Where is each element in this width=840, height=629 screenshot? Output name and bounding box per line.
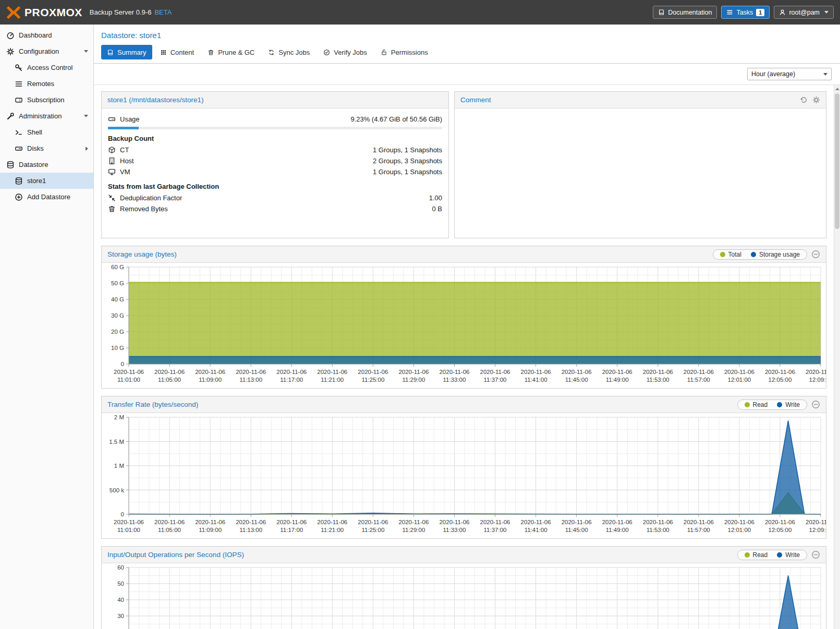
sidebar-item-disks[interactable]: Disks <box>0 140 93 156</box>
svg-text:1.5 M: 1.5 M <box>109 439 124 445</box>
svg-text:2020-11-0611:05:00: 2020-11-0611:05:00 <box>154 369 185 383</box>
sidebar-item-store1[interactable]: store1 <box>0 173 93 189</box>
sidebar-item-administration[interactable]: Administration <box>0 108 93 124</box>
summary-toolbar: Hour (average) <box>94 64 840 85</box>
wrench-icon <box>6 112 15 120</box>
sidebar-item-configuration[interactable]: Configuration <box>0 43 93 59</box>
legend-item[interactable]: Read <box>740 401 773 408</box>
reload-icon[interactable] <box>800 96 808 104</box>
svg-text:2020-11-0611:01:00: 2020-11-0611:01:00 <box>114 519 144 533</box>
svg-text:2020-11-0611:53:00: 2020-11-0611:53:00 <box>643 369 673 383</box>
trash-icon <box>108 205 116 213</box>
svg-text:2020-11-0611:49:00: 2020-11-0611:49:00 <box>602 369 632 383</box>
sidebar-item-remotes[interactable]: Remotes <box>0 76 93 92</box>
svg-text:2020-11-0611:09:00: 2020-11-0611:09:00 <box>195 519 225 533</box>
legend-dot <box>720 252 725 257</box>
collapse-chart-icon[interactable] <box>811 400 820 409</box>
documentation-label: Documentation <box>668 9 712 16</box>
sidebar-item-shell[interactable]: Shell <box>0 124 93 140</box>
tab-content[interactable]: Content <box>154 45 200 59</box>
vm-count-row: VM 1 Groups, 1 Snapshots <box>108 166 442 177</box>
svg-text:2020-11-0611:29:00: 2020-11-0611:29:00 <box>398 519 429 533</box>
tab-prune-gc[interactable]: Prune & GC <box>202 45 260 59</box>
chevron-down-icon <box>824 11 829 14</box>
sidebar-item-access-control[interactable]: Access Control <box>0 59 93 76</box>
svg-text:30 G: 30 G <box>111 312 124 319</box>
legend-item[interactable]: Write <box>772 401 805 408</box>
svg-text:2020-11-0611:29:00: 2020-11-0611:29:00 <box>398 369 429 383</box>
scrollbar[interactable] <box>834 85 840 629</box>
svg-text:2020-11-0611:49:00: 2020-11-0611:49:00 <box>602 519 632 533</box>
legend-dot <box>777 402 782 407</box>
scrollbar-thumb[interactable] <box>835 93 839 229</box>
legend-label: Storage usage <box>759 251 800 258</box>
chevron-down-icon[interactable] <box>84 115 88 117</box>
documentation-button[interactable]: Documentation <box>653 6 717 19</box>
cube-icon <box>108 146 116 154</box>
tasks-button[interactable]: Tasks 1 <box>721 6 770 19</box>
legend-item[interactable]: Total <box>715 251 746 258</box>
beta-link[interactable]: BETA <box>154 8 172 16</box>
chevron-down-icon <box>823 73 827 76</box>
legend-dot <box>777 552 782 558</box>
trash-icon <box>208 49 214 56</box>
collapse-chart-icon[interactable] <box>811 550 820 559</box>
list-icon <box>15 80 23 88</box>
scroll-up-arrow[interactable] <box>834 85 840 92</box>
sidebar-item-dashboard[interactable]: Dashboard <box>0 27 93 43</box>
hdd-icon <box>108 115 116 123</box>
summary-content: store1 (/mnt/datastores/store1) Usage 9.… <box>94 85 834 629</box>
svg-text:20 G: 20 G <box>111 329 124 335</box>
svg-text:2020-11-0612:01:00: 2020-11-0612:01:00 <box>724 519 754 533</box>
legend-item[interactable]: Storage usage <box>746 251 805 258</box>
svg-text:0: 0 <box>121 511 124 517</box>
sidebar-item-datastore[interactable]: Datastore <box>0 156 93 173</box>
legend-item[interactable]: Write <box>772 551 805 559</box>
svg-text:2020-11-0612:01:00: 2020-11-0612:01:00 <box>724 369 754 383</box>
proxmox-logo: PROXMOX <box>6 6 82 19</box>
user-menu-button[interactable]: root@pam <box>774 6 834 19</box>
datastore-info-panel: store1 (/mnt/datastores/store1) Usage 9.… <box>101 91 449 238</box>
svg-text:50: 50 <box>117 580 124 587</box>
chevron-down-icon[interactable] <box>84 50 88 53</box>
svg-text:2020-11-0611:57:00: 2020-11-0611:57:00 <box>684 519 714 533</box>
svg-text:2020-11-0611:33:00: 2020-11-0611:33:00 <box>439 369 469 383</box>
chart-title: Input/Output Operations per Second (IOPS… <box>107 551 244 559</box>
collapse-chart-icon[interactable] <box>811 250 820 259</box>
gear-icon[interactable] <box>812 96 820 104</box>
gauge-icon <box>6 31 15 40</box>
iops-chart: 01020304050602020-11-0611:01:002020-11-0… <box>102 563 826 629</box>
svg-text:2020-11-0612:09:00: 2020-11-0612:09:00 <box>806 519 826 533</box>
svg-text:500 k: 500 k <box>109 487 124 493</box>
tab-summary[interactable]: Summary <box>101 45 152 59</box>
tab-sync-jobs[interactable]: Sync Jobs <box>262 45 315 59</box>
panel-title: Comment <box>460 96 491 104</box>
top-header: PROXMOX Backup Server 0.9-6 BETA Documen… <box>0 0 840 25</box>
tab-verify-jobs[interactable]: Verify Jobs <box>318 45 373 59</box>
svg-text:1 M: 1 M <box>114 463 124 469</box>
task-list-icon <box>726 9 733 16</box>
storage-usage-chart: 010 G20 G30 G40 G50 G60 G2020-11-0611:01… <box>102 263 826 388</box>
svg-text:2020-11-0611:53:00: 2020-11-0611:53:00 <box>643 519 673 533</box>
legend-item[interactable]: Read <box>740 551 773 559</box>
tasks-label: Tasks <box>736 9 753 16</box>
sidebar-item-add-datastore[interactable]: Add Datastore <box>0 189 93 205</box>
backup-count-heading: Backup Count <box>108 135 442 142</box>
grid-icon <box>160 49 167 56</box>
svg-text:2020-11-0612:05:00: 2020-11-0612:05:00 <box>765 519 795 533</box>
ct-count-row: CT 1 Groups, 1 Snapshots <box>108 144 442 155</box>
comment-text[interactable] <box>455 108 826 238</box>
removed-bytes-row: Removed Bytes 0 B <box>108 203 442 214</box>
timeframe-select[interactable]: Hour (average) <box>747 68 832 80</box>
svg-text:2020-11-0611:37:00: 2020-11-0611:37:00 <box>480 519 510 533</box>
tab-permissions[interactable]: Permissions <box>375 45 434 59</box>
svg-text:2020-11-0612:09:00: 2020-11-0612:09:00 <box>806 369 826 383</box>
sidebar-item-subscription[interactable]: Subscription <box>0 92 93 108</box>
svg-text:2020-11-0611:45:00: 2020-11-0611:45:00 <box>562 369 592 383</box>
chevron-right-icon[interactable] <box>86 147 88 151</box>
svg-text:2020-11-0611:33:00: 2020-11-0611:33:00 <box>439 519 469 533</box>
legend-label: Read <box>753 401 768 408</box>
dedup-factor-row: Deduplication Factor 1.00 <box>108 192 442 203</box>
chart-title: Storage usage (bytes) <box>107 250 177 258</box>
svg-text:2020-11-0611:09:00: 2020-11-0611:09:00 <box>195 369 225 383</box>
